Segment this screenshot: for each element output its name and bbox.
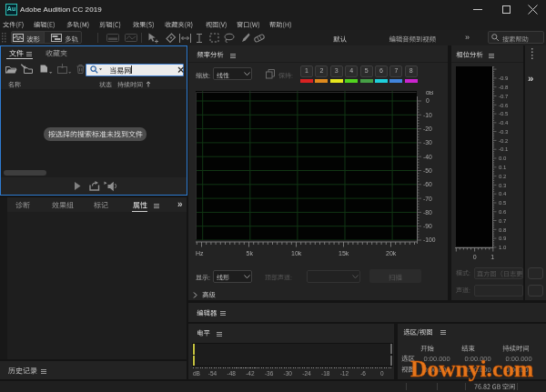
svg-text:-12: -12 [340,370,349,377]
svg-text:-0.2: -0.2 [499,138,509,144]
svg-text:dB: dB [193,370,200,377]
svg-text:-100: -100 [423,236,436,243]
svg-text:0.6: 0.6 [499,209,507,215]
svg-text:-20: -20 [423,126,432,132]
svg-text:-60: -60 [423,181,432,187]
svg-text:0: 0 [426,97,430,104]
svg-text:-24: -24 [302,370,311,377]
svg-text:-0.6: -0.6 [499,103,509,108]
svg-text:-6: -6 [360,370,366,377]
svg-text:0.8: 0.8 [499,227,507,233]
svg-text:5k: 5k [247,250,254,256]
svg-text:0.1: 0.1 [499,165,507,170]
svg-text:-48: -48 [227,370,236,377]
svg-text:-0.1: -0.1 [499,146,509,152]
svg-text:-54: -54 [208,370,217,377]
svg-text:-90: -90 [423,223,432,229]
svg-text:-50: -50 [423,167,432,174]
svg-text:1.0: 1.0 [499,245,507,250]
svg-text:-0.5: -0.5 [499,111,509,116]
svg-text:dB: dB [426,91,434,95]
svg-text:-0.8: -0.8 [499,85,509,90]
svg-text:-36: -36 [265,370,274,377]
svg-text:-10: -10 [423,112,432,118]
svg-text:-80: -80 [423,209,432,216]
svg-text:15k: 15k [339,250,349,256]
svg-text:-18: -18 [321,370,330,377]
svg-text:0.9: 0.9 [499,236,507,241]
svg-text:-0.3: -0.3 [499,129,509,135]
svg-text:0.0: 0.0 [499,156,507,161]
svg-text:0.4: 0.4 [499,191,507,196]
svg-text:-42: -42 [246,370,255,377]
svg-text:0: 0 [473,254,477,260]
svg-text:1: 1 [490,254,494,260]
svg-text:-0.9: -0.9 [499,75,509,81]
svg-text:-30: -30 [423,139,432,146]
svg-text:0: 0 [380,370,384,377]
svg-text:0.2: 0.2 [499,174,507,179]
svg-text:0.7: 0.7 [499,218,507,224]
svg-text:-0.7: -0.7 [499,94,509,99]
svg-text:10k: 10k [291,250,302,256]
svg-text:-70: -70 [423,196,432,202]
svg-text:-40: -40 [423,154,432,160]
svg-text:0.3: 0.3 [499,183,507,188]
svg-text:Hz: Hz [196,250,204,256]
svg-text:-30: -30 [284,370,293,377]
svg-text:0.5: 0.5 [499,200,507,206]
svg-text:-0.4: -0.4 [499,120,509,126]
svg-text:20k: 20k [386,250,397,256]
